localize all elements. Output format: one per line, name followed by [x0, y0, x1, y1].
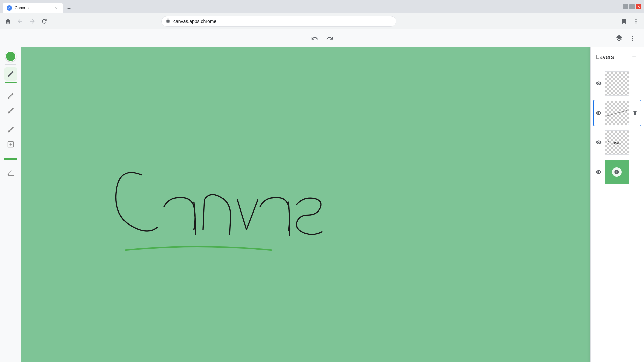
tool-separator-2 [5, 86, 16, 86]
tab-favicon: C [7, 5, 12, 11]
tab-title: Canvas [15, 6, 51, 10]
nav-right-controls [618, 16, 641, 27]
new-tab-button[interactable]: + [64, 4, 74, 13]
app-more-button[interactable] [627, 32, 639, 44]
layers-title: Layers [596, 54, 614, 61]
color-swatch[interactable] [5, 51, 16, 62]
layer-visibility-button[interactable] [595, 109, 603, 117]
browser-frame: C Canvas ✕ + ─ □ ✕ [0, 0, 644, 362]
app-toolbar [0, 29, 644, 47]
active-color-indicator [4, 158, 17, 160]
tab-bar: C Canvas ✕ + [3, 0, 623, 13]
tool-separator-3 [5, 120, 16, 120]
pen-tool-1-button[interactable] [4, 89, 17, 103]
tool-separator-4 [5, 154, 16, 154]
address-bar[interactable]: canvas.apps.chrome [161, 16, 396, 27]
tab-close-button[interactable]: ✕ [54, 5, 59, 11]
home-button[interactable] [3, 16, 13, 27]
layers-toggle-button[interactable] [613, 32, 625, 44]
tool-separator-5 [5, 164, 16, 164]
tool-separator-1 [5, 64, 16, 65]
layers-header: Layers + [591, 47, 644, 67]
layers-list: Canvas [591, 67, 644, 362]
layer-visibility-button[interactable] [595, 138, 603, 146]
refresh-button[interactable] [39, 16, 50, 27]
lock-icon [166, 18, 170, 24]
back-button[interactable] [15, 16, 26, 27]
left-sidebar [0, 47, 21, 362]
layer-1-thumbnail [605, 71, 629, 96]
bookmark-button[interactable] [618, 16, 629, 27]
layer-4-thumbnail [605, 160, 629, 184]
pen-tool-4-button[interactable] [4, 138, 17, 151]
maximize-button[interactable]: □ [629, 4, 635, 9]
layer-item[interactable] [593, 159, 641, 185]
svg-text:Canvas: Canvas [608, 140, 621, 145]
layer-item[interactable]: Canvas [593, 129, 641, 156]
pen-tool-2-button[interactable] [4, 104, 17, 117]
minimize-button[interactable]: ─ [623, 4, 628, 9]
pencil-tool-button[interactable] [4, 67, 17, 81]
address-text: canvas.apps.chrome [173, 19, 392, 24]
layer-delete-button[interactable] [631, 109, 639, 117]
layer-visibility-button[interactable] [595, 79, 603, 87]
redo-button[interactable] [324, 32, 336, 44]
selected-color-bar [5, 82, 17, 83]
title-bar: C Canvas ✕ + ─ □ ✕ [0, 0, 644, 13]
pen-tool-3-button[interactable] [4, 123, 17, 136]
svg-line-3 [607, 110, 627, 116]
svg-text:C: C [8, 7, 10, 9]
nav-bar: canvas.apps.chrome [0, 13, 644, 29]
main-content: Layers + [0, 47, 644, 362]
active-tab[interactable]: C Canvas ✕ [3, 3, 63, 13]
canvas-area[interactable] [21, 47, 590, 362]
more-nav-button[interactable] [631, 16, 641, 27]
undo-button[interactable] [309, 32, 321, 44]
canvas-drawing [21, 47, 590, 362]
layer-3-thumbnail: Canvas [605, 130, 629, 155]
layer-visibility-button[interactable] [595, 168, 603, 176]
close-button[interactable]: ✕ [636, 4, 641, 9]
layer-item[interactable] [593, 70, 641, 97]
window-controls: ─ □ ✕ [623, 4, 641, 9]
layers-panel: Layers + [590, 47, 644, 362]
forward-button[interactable] [27, 16, 38, 27]
layer-item[interactable] [593, 100, 641, 126]
add-layer-button[interactable]: + [629, 52, 639, 62]
layer-2-thumbnail [605, 101, 629, 125]
eraser-tool-button[interactable] [4, 167, 17, 180]
